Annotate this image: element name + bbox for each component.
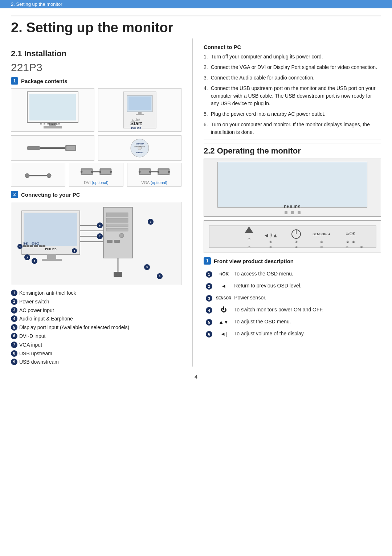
svg-text:Monitor: Monitor <box>136 143 144 145</box>
svg-rect-76 <box>107 240 113 243</box>
list-item: 9 USB downstream <box>11 358 181 367</box>
svg-text:②: ② <box>346 245 348 249</box>
svg-point-46 <box>149 171 151 173</box>
front-view-num-circle: 1 <box>204 257 211 265</box>
audio-cable-illustration <box>11 163 65 187</box>
page-container: 2. Setting up the monitor 2. Setting up … <box>0 0 392 556</box>
svg-text:⑦: ⑦ <box>248 237 250 241</box>
svg-rect-7 <box>47 123 49 124</box>
table-row: 4 ⏻ To switch monitor's power ON and OFF… <box>204 304 381 316</box>
svg-text:⑥: ⑥ <box>269 240 272 244</box>
svg-point-48 <box>168 171 170 173</box>
svg-rect-9 <box>54 123 56 124</box>
svg-text:user's manual: user's manual <box>134 146 146 148</box>
table-row: 5 ▲▼ To adjust the OSD menu. <box>204 316 381 328</box>
svg-text:③④: ③④ <box>23 242 28 245</box>
svg-rect-60 <box>30 245 33 247</box>
monitor-dot <box>291 211 294 214</box>
svg-rect-41 <box>140 169 150 174</box>
monitor-svg: PHILIPS <box>24 90 82 130</box>
svg-rect-74 <box>106 228 128 231</box>
svg-text:6: 6 <box>150 220 152 224</box>
svg-rect-32 <box>82 169 92 174</box>
svg-rect-61 <box>34 245 38 247</box>
list-item: 1 Kensington anti-thief lock <box>11 289 181 298</box>
svg-rect-58 <box>23 245 26 247</box>
front-view-table: 1 ≡/OK To access the OSD menu. 2 ◄ Retur… <box>204 268 381 340</box>
svg-rect-5 <box>40 123 42 124</box>
chapter-heading: 2. Setting up the monitor <box>11 16 381 36</box>
list-item: 7 VGA input <box>11 341 181 349</box>
list-item: 3. Connect the Audio cable for audio con… <box>204 74 381 82</box>
button-panel-svg: ⑦ ◄|/▲ ⑥ ④ SENSOR/◄ ③ ≡/OK ② ① ⑦ <box>205 222 380 251</box>
model-number: 221P3 <box>11 61 181 74</box>
svg-rect-59 <box>26 245 29 247</box>
quickstart-illustration: Quick Start PHILIPS <box>98 88 181 132</box>
svg-rect-73 <box>106 224 128 227</box>
svg-point-36 <box>81 171 83 173</box>
svg-text:2: 2 <box>26 256 28 259</box>
connect-steps-list: 1. Turn off your computer and unplug its… <box>204 53 381 136</box>
svg-rect-14 <box>138 112 142 114</box>
monitor-screen <box>217 162 368 208</box>
section-2-2-heading: 2.2 Operating the monitor <box>204 143 381 156</box>
svg-point-45 <box>139 171 141 173</box>
monitor-dots <box>285 211 301 214</box>
cd-svg: Monitor user's manual PHILIPS <box>118 137 162 159</box>
monitor-illustration: PHILIPS <box>11 88 94 132</box>
package-contents-label: 1 Package contents <box>11 77 181 85</box>
svg-text:④: ④ <box>295 240 298 244</box>
svg-rect-1 <box>29 94 76 120</box>
svg-text:Start: Start <box>130 120 142 126</box>
list-item: 4. Connect the USB upstream port on the … <box>204 85 381 107</box>
left-column: 2.1 Installation 221P3 1 Package content… <box>11 38 192 367</box>
svg-point-39 <box>110 171 112 173</box>
monitor-dot <box>285 211 287 214</box>
accessories-row: DVI (optional) VGA (opti <box>11 163 181 187</box>
svg-rect-22 <box>66 146 75 150</box>
svg-rect-35 <box>101 169 110 174</box>
connect-svg: PHILIPS 2 1 ③④ ⑤⑥ <box>16 204 176 283</box>
list-item: 8 USB upstream <box>11 349 181 358</box>
svg-text:SENSOR/◄: SENSOR/◄ <box>313 232 330 236</box>
button-panel: ⑦ ◄|/▲ ⑥ ④ SENSOR/◄ ③ ≡/OK ② ① ⑦ <box>204 220 381 253</box>
front-view-label: 1 Front view product description <box>204 257 381 265</box>
monitor-dot <box>298 211 301 214</box>
svg-text:⑥: ⑥ <box>269 245 272 249</box>
list-item: 4 Audio input & Earphone <box>11 315 181 323</box>
list-item: 2 Power switch <box>11 298 181 306</box>
svg-text:PHILIPS: PHILIPS <box>131 127 141 130</box>
svg-rect-52 <box>47 254 56 259</box>
list-item: 5 Display port input (Available for sele… <box>11 323 181 332</box>
svg-rect-72 <box>106 218 128 222</box>
svg-text:PHILIPS: PHILIPS <box>136 151 143 154</box>
monitor-brand: PHILIPS <box>284 205 301 209</box>
illustration-grid: PHILIPS <box>11 88 181 132</box>
svg-rect-71 <box>106 213 128 217</box>
connect-diagram: PHILIPS 2 1 ③④ ⑤⑥ <box>11 202 181 285</box>
svg-text:②   ①: ② ① <box>346 240 355 244</box>
usb-cable-svg <box>24 137 82 159</box>
svg-rect-3 <box>44 126 62 128</box>
table-row: 3 SENSOR Power sensor. <box>204 292 381 304</box>
svg-rect-10 <box>58 123 60 124</box>
svg-text:⑤⑥⑦: ⑤⑥⑦ <box>32 242 39 245</box>
chapter-title-area: 2. Setting up the monitor <box>0 8 392 36</box>
audio-cable-svg <box>24 167 53 185</box>
svg-text:4: 4 <box>19 245 21 248</box>
main-content: 2.1 Installation 221P3 1 Package content… <box>0 38 392 367</box>
svg-rect-77 <box>114 240 120 243</box>
list-item: 2. Connect the VGA or DVI or Display Por… <box>204 64 381 71</box>
svg-text:⑦: ⑦ <box>248 245 250 249</box>
section-2-1-heading: 2.1 Installation <box>11 46 181 58</box>
vga-cable-illustration: VGA (optional) <box>127 163 181 187</box>
connecting-num-circle: 2 <box>11 191 18 198</box>
svg-text:①: ① <box>360 245 363 249</box>
svg-text:5: 5 <box>74 250 75 252</box>
list-item: 6 DVI-D input <box>11 332 181 341</box>
svg-rect-63 <box>42 245 45 247</box>
list-item: 3 AC power input <box>11 306 181 315</box>
svg-rect-19 <box>27 146 40 150</box>
list-item: 6. Turn on your computer and monitor. If… <box>204 121 381 136</box>
cable-row: Monitor user's manual PHILIPS <box>11 135 181 161</box>
